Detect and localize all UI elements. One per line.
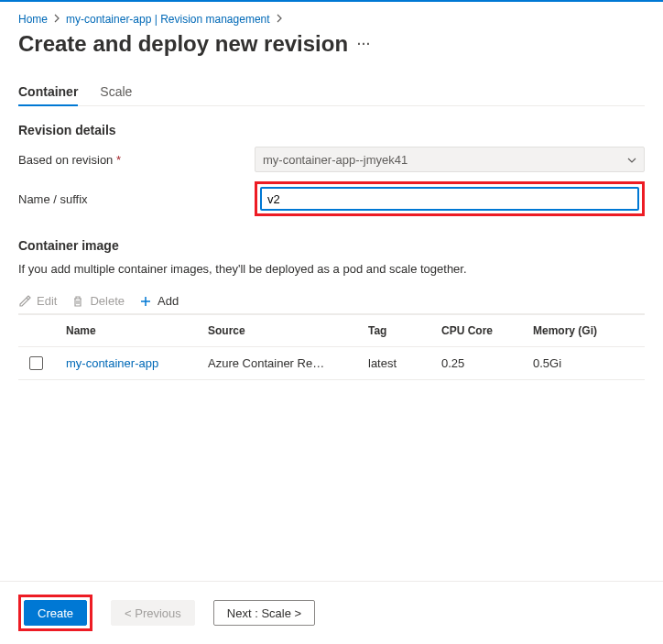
delete-icon <box>71 295 84 308</box>
add-button[interactable]: Add <box>139 294 179 308</box>
col-source: Source <box>208 324 368 337</box>
col-name: Name <box>66 324 208 337</box>
page-title: Create and deploy new revision ··· <box>18 31 645 57</box>
table-toolbar: Edit Delete Add <box>18 289 645 313</box>
name-suffix-input[interactable] <box>260 187 639 211</box>
previous-button[interactable]: < Previous <box>111 600 195 626</box>
name-suffix-label: Name / suffix <box>18 192 255 206</box>
col-mem: Memory (Gi) <box>533 324 645 337</box>
chevron-right-icon <box>276 13 283 26</box>
container-image-subtext: If you add multiple container images, th… <box>18 262 645 276</box>
breadcrumb: Home my-container-app | Revision managem… <box>18 13 645 26</box>
tabs: Container Scale <box>18 79 645 106</box>
container-cpu: 0.25 <box>441 356 533 370</box>
chevron-down-icon <box>627 155 636 165</box>
plus-icon <box>139 295 152 308</box>
footer-bar: Create < Previous Next : Scale > <box>0 581 663 644</box>
container-tag: latest <box>368 356 441 370</box>
based-on-revision-select[interactable]: my-container-app--jmyek41 <box>255 147 645 172</box>
tab-container[interactable]: Container <box>18 79 78 105</box>
tab-scale[interactable]: Scale <box>100 79 132 105</box>
container-source: Azure Container Re… <box>208 356 368 370</box>
edit-button[interactable]: Edit <box>18 294 57 308</box>
container-image-header: Container image <box>18 238 645 253</box>
next-button[interactable]: Next : Scale > <box>213 600 315 626</box>
col-tag: Tag <box>368 324 441 337</box>
container-mem: 0.5Gi <box>533 356 645 370</box>
col-cpu: CPU Core <box>441 324 533 337</box>
delete-button[interactable]: Delete <box>71 294 125 308</box>
revision-details-header: Revision details <box>18 123 645 137</box>
table-header: Name Source Tag CPU Core Memory (Gi) <box>18 314 645 347</box>
container-name-link[interactable]: my-container-app <box>66 356 158 370</box>
create-button[interactable]: Create <box>24 600 87 626</box>
chevron-right-icon <box>53 13 60 26</box>
edit-icon <box>18 295 31 308</box>
more-icon[interactable]: ··· <box>357 37 371 51</box>
table-row: my-container-app Azure Container Re… lat… <box>18 347 645 380</box>
breadcrumb-parent[interactable]: my-container-app | Revision management <box>66 13 270 26</box>
row-checkbox[interactable] <box>29 356 43 370</box>
breadcrumb-home[interactable]: Home <box>18 13 48 26</box>
container-table: Name Source Tag CPU Core Memory (Gi) my-… <box>18 313 645 380</box>
based-on-revision-label: Based on revision * <box>18 153 255 167</box>
